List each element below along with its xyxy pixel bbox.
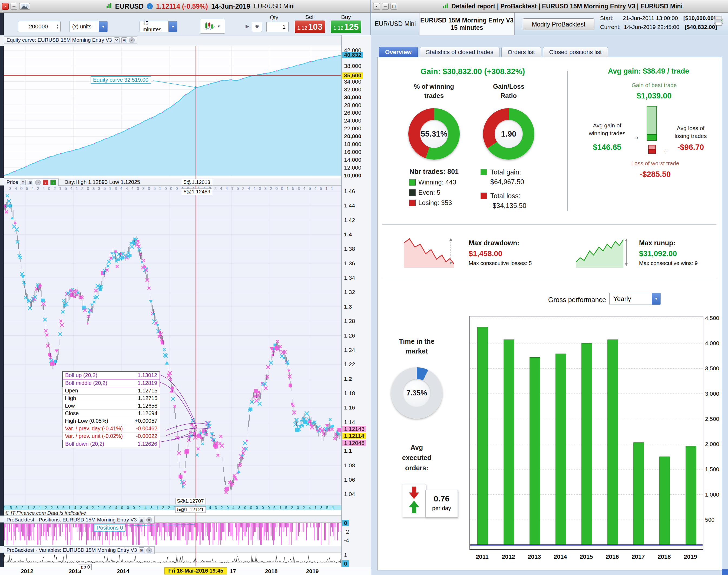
worst-trade-label: Loss of worst trade: [627, 160, 684, 167]
tab-statistics[interactable]: Statistics of closed trades: [420, 47, 499, 57]
chart-style-button[interactable]: ▼: [200, 19, 225, 34]
price-axis-tick: 1.44: [342, 202, 357, 209]
tab-overview[interactable]: Overview: [379, 47, 418, 57]
positions-cursor-label: Positions 0: [94, 524, 126, 532]
window-icon[interactable]: ▣: [28, 179, 33, 185]
chevron-down-icon[interactable]: ▼: [169, 21, 177, 32]
quantity-stepper[interactable]: ▲▼: [18, 21, 61, 32]
positions-chart[interactable]: [4, 522, 341, 545]
equity-axis-tick: 35,600: [342, 72, 363, 79]
header-strategy-cell[interactable]: EURUSD 15M Morning Entry V3 15 minutes: [419, 13, 515, 35]
maximize-icon[interactable]: ▢: [390, 3, 397, 10]
close-icon[interactable]: ×: [373, 3, 380, 10]
chevron-down-icon[interactable]: ▼: [99, 21, 107, 32]
equity-cursor-label: Equity curve 32,519.00: [91, 76, 151, 83]
tooltip-row: Var. / prev. day (-0.41%)-0.00462: [63, 425, 160, 433]
best-trade-value: $1,039.00: [623, 92, 685, 100]
window-icon[interactable]: ▣: [122, 37, 127, 43]
close-icon[interactable]: ×: [35, 179, 41, 185]
crosshair-horizontal: [4, 75, 341, 76]
sell-price-big: 103: [308, 22, 322, 32]
keyboard-icon[interactable]: [19, 3, 30, 10]
units-dropdown[interactable]: (x) units ▼: [69, 21, 108, 32]
chart-window: × ─ EURUSD i 1.12114 (-0.59%) 14-Jun-201…: [0, 0, 371, 575]
time-cursor-label: Fri 18-Mar-2016 19:45: [165, 568, 227, 574]
order-qty-field[interactable]: [266, 22, 288, 32]
window-icon[interactable]: ▣: [139, 547, 144, 553]
header-instrument-label: EUR/USD Mini: [375, 20, 416, 28]
current-date: 14-Jun-2019 22:45:00: [624, 24, 680, 30]
minimize-icon[interactable]: ─: [10, 3, 17, 10]
total-loss-label: Total loss:: [490, 192, 561, 200]
price-axis-tick: 1.46: [342, 188, 357, 195]
strategy-name: EURUSD 15M Morning Entry V3: [420, 17, 514, 24]
header-instrument-cell[interactable]: EUR/USD Mini: [371, 13, 419, 35]
close-icon[interactable]: ×: [146, 517, 152, 523]
best-trade-label: Gain of best trade: [626, 82, 683, 89]
wrench-icon[interactable]: ⚒: [20, 179, 26, 185]
wrench-icon[interactable]: ⚒: [114, 37, 119, 43]
bar-axis-year: 2019: [682, 553, 699, 561]
price-label-current: 1.12114: [342, 433, 366, 439]
close-icon[interactable]: ×: [129, 37, 135, 43]
current-label: Current:: [600, 24, 621, 30]
price-axis-tick: 1.24: [342, 347, 357, 353]
bar-axis-year: 2015: [578, 553, 595, 561]
equity-curve-chart[interactable]: [4, 46, 341, 176]
chart-window-titlebar: × ─ EURUSD i 1.12114 (-0.59%) 14-Jun-201…: [0, 0, 371, 13]
buy-button[interactable]: 1.12125: [331, 21, 361, 33]
print-icon[interactable]: [713, 16, 724, 28]
time-axis-year: 2019: [303, 568, 322, 574]
time-in-market-value: 7.35%: [407, 389, 427, 397]
avg-win-label: Avg gain of: [580, 122, 634, 129]
total-gain-value: $64,967.50: [490, 178, 561, 186]
avg-orders-label2: executed: [390, 454, 444, 462]
instrument-label: EUR/USD Mini: [253, 3, 294, 10]
chevron-down-icon: ▼: [217, 24, 221, 28]
section-divider: [382, 278, 716, 278]
timeframe-dropdown[interactable]: 15 minutes ▼: [140, 21, 177, 32]
bar-axis-tick: 1,500: [705, 466, 727, 473]
copyright-label: © IT-Finance.com Data is indicative: [5, 510, 86, 516]
gross-performance-chart: [470, 316, 703, 549]
price-axis-tick: 1.36: [342, 260, 357, 267]
price-axis-tick: 1.42: [342, 217, 357, 224]
gross-period-dropdown[interactable]: Yearly ▼: [609, 293, 661, 305]
order-settings-button[interactable]: ⚒: [252, 22, 262, 32]
sell-marker-icon[interactable]: ↓: [43, 179, 48, 185]
variables-axis-tick: 1: [342, 552, 349, 558]
equity-axis-tick: 20,000: [342, 133, 363, 140]
chevron-down-icon[interactable]: ▼: [652, 293, 660, 305]
signal-icon: [443, 3, 448, 10]
info-icon[interactable]: i: [147, 3, 153, 9]
quote-label: 1.12114 (-0.59%): [156, 2, 208, 10]
price-chart[interactable]: [4, 185, 341, 505]
resize-grip[interactable]: [722, 569, 728, 575]
losing-legend-swatch: [409, 200, 416, 206]
bar-axis-tick: 1,000: [705, 492, 727, 498]
variables-panel-title: ProBacktest - Variables: EURUSD 15M Morn…: [6, 547, 137, 553]
tab-orders-list[interactable]: Orders list: [501, 47, 541, 57]
order-qty-input[interactable]: [267, 24, 285, 30]
tooltip-row: High-Low (0.05%)+0.00057: [63, 417, 160, 425]
minimize-icon[interactable]: ─: [382, 3, 389, 10]
close-icon[interactable]: ×: [146, 547, 152, 553]
bar-axis-tick: 3,500: [705, 365, 727, 372]
buy-marker-icon[interactable]: ↑: [50, 179, 56, 185]
modify-probacktest-button[interactable]: Modify ProBacktest: [523, 19, 594, 30]
window-icon[interactable]: ▣: [139, 517, 144, 523]
variables-chart[interactable]: [4, 553, 341, 566]
collapse-handle-icon[interactable]: ▶: [246, 23, 249, 29]
time-axis-year: 2014: [113, 568, 133, 574]
close-icon[interactable]: ×: [2, 3, 9, 10]
quantity-input[interactable]: [18, 23, 48, 30]
section-divider: [382, 225, 716, 225]
price-axis-tick: 1.26: [342, 332, 357, 339]
tab-label: Closed positions list: [549, 49, 602, 56]
equity-axis-tick: 34,000: [342, 78, 363, 85]
spinner-arrows-icon[interactable]: ▲▼: [55, 24, 60, 29]
order-label: 5@1.12707: [175, 498, 206, 504]
sell-button[interactable]: 1.12103: [295, 21, 325, 33]
max-runup-label: Max runup:: [639, 239, 675, 247]
tab-closed-positions[interactable]: Closed positions list: [543, 47, 608, 57]
